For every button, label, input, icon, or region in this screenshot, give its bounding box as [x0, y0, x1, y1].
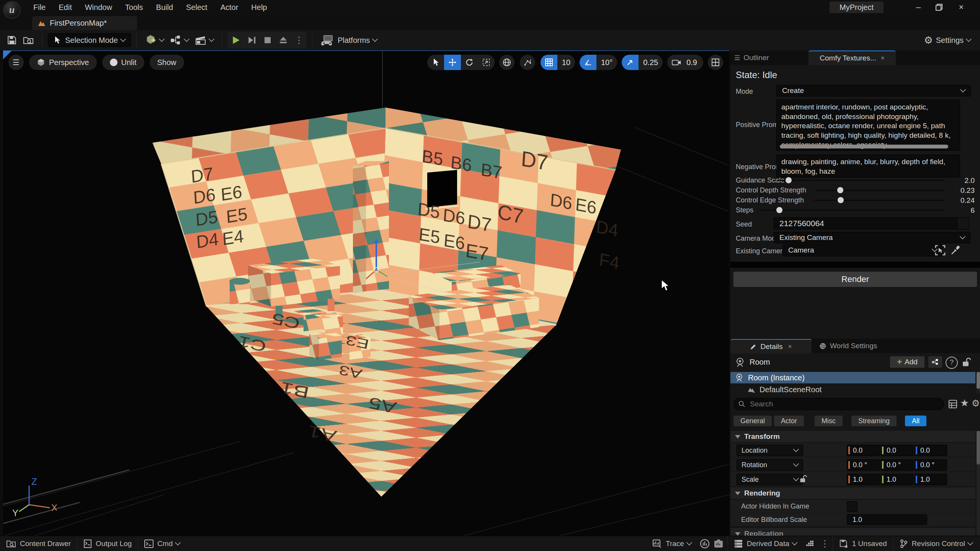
output-log-button[interactable]: Output Log — [77, 536, 138, 551]
menu-help[interactable]: Help — [245, 0, 273, 15]
component-row-room-instance[interactable]: Room (Instance) — [730, 372, 975, 383]
scale-y-field[interactable]: 1.0 — [880, 474, 913, 485]
grid-snap-button[interactable] — [541, 55, 557, 70]
display-mode-icon[interactable] — [949, 400, 957, 408]
actor-hidden-checkbox[interactable] — [847, 501, 858, 512]
world-space-button[interactable] — [499, 55, 514, 70]
rotation-z-field[interactable]: 0.0 ° — [914, 459, 947, 471]
frame-skip-button[interactable] — [244, 30, 260, 51]
filter-general[interactable]: General — [733, 416, 772, 426]
browse-content-button[interactable] — [20, 30, 37, 51]
maximize-viewport-button[interactable] — [708, 55, 723, 70]
restore-button[interactable] — [930, 0, 948, 15]
mode-dropdown[interactable]: Create — [776, 85, 971, 96]
details-scrollbar[interactable] — [977, 431, 980, 536]
close-button[interactable]: × — [952, 0, 970, 15]
scale-snap-button[interactable] — [622, 55, 639, 70]
close-tab-icon[interactable]: × — [788, 343, 792, 350]
perspective-dropdown[interactable]: Perspective — [29, 55, 97, 70]
level-viewport[interactable]: B5 B6 B7 D7 C7 D5 D6 D7 E5 E6 E7 D6 E6 D… — [3, 51, 729, 536]
tree-scrollbar[interactable] — [977, 372, 980, 394]
details-search-input[interactable] — [733, 398, 944, 410]
scale-tool-button[interactable] — [478, 55, 495, 70]
close-tab-icon[interactable]: × — [881, 54, 885, 62]
menu-select[interactable]: Select — [180, 0, 214, 15]
scale-dropdown[interactable]: Scale — [737, 474, 803, 485]
edit-blueprint-button[interactable] — [928, 356, 942, 368]
status-more-button[interactable]: ⋮ — [817, 536, 833, 551]
minimize-button[interactable]: – — [910, 0, 927, 15]
add-component-button[interactable]: + Add — [890, 356, 924, 368]
select-tool-button[interactable] — [427, 55, 444, 70]
billboard-scale-input[interactable]: 1.0 — [847, 514, 927, 525]
revision-control-dropdown[interactable]: Revision Control — [893, 536, 978, 551]
rotation-x-field[interactable]: 0.0 ° — [847, 459, 880, 471]
steps-slider[interactable] — [760, 210, 945, 211]
filter-actor[interactable]: Actor — [774, 416, 804, 426]
cinematics-button[interactable] — [192, 30, 217, 51]
blueprints-button[interactable] — [167, 30, 192, 51]
eyedropper-button[interactable] — [950, 245, 961, 256]
location-x-field[interactable]: 0.0 — [847, 445, 880, 456]
location-z-field[interactable]: 0.0 — [914, 445, 947, 456]
platforms-dropdown[interactable]: Platforms — [318, 30, 380, 51]
add-actor-button[interactable] — [142, 30, 167, 51]
existing-camera-dropdown[interactable]: Camera — [782, 244, 942, 256]
cmd-dropdown[interactable]: Cmd — [138, 536, 186, 551]
details-settings-icon[interactable]: ⚙ — [972, 398, 980, 409]
filter-misc[interactable]: Misc — [815, 416, 843, 426]
stop-button[interactable] — [260, 30, 275, 51]
trace-dropdown[interactable]: Trace — [647, 536, 697, 551]
camera-mode-dropdown[interactable]: Existing Camera — [774, 232, 970, 243]
rendering-section-header[interactable]: Rendering — [730, 487, 975, 499]
rotation-snap-button[interactable] — [580, 55, 596, 70]
selection-mode-dropdown[interactable]: Selection Mode — [48, 33, 131, 47]
derived-data-dropdown[interactable]: Derived Data — [728, 536, 803, 551]
save-button[interactable] — [4, 30, 20, 51]
play-button[interactable] — [228, 30, 244, 51]
favorites-icon[interactable]: ★ — [960, 397, 969, 409]
rotation-dropdown[interactable]: Rotation — [737, 459, 803, 471]
scale-lock-icon[interactable] — [799, 474, 807, 484]
menu-file[interactable]: File — [27, 0, 52, 15]
rotate-tool-button[interactable] — [461, 55, 478, 70]
component-row-scene-root[interactable]: DefaultSceneRoot — [730, 384, 975, 395]
control-edge-slider[interactable] — [814, 200, 945, 201]
settings-dropdown[interactable]: ⚙ Settings — [921, 30, 974, 51]
negative-prompt-field[interactable]: drawing, painting, anime, blur, blurry, … — [776, 155, 960, 178]
eject-button[interactable] — [275, 30, 291, 51]
render-button[interactable]: Render — [733, 272, 977, 287]
content-drawer-button[interactable]: Content Drawer — [0, 536, 77, 551]
surface-snap-button[interactable] — [520, 55, 535, 70]
tab-world-settings[interactable]: World Settings — [819, 339, 877, 353]
seed-random-checkbox[interactable] — [957, 217, 969, 230]
scale-z-field[interactable]: 1.0 — [914, 474, 947, 485]
scale-snap-value[interactable]: 0.25 — [639, 55, 663, 70]
tab-details[interactable]: Details × — [730, 339, 812, 354]
menu-tools[interactable]: Tools — [119, 0, 150, 15]
snapshot-button[interactable] — [712, 536, 727, 551]
menu-build[interactable]: Build — [150, 0, 180, 15]
grid-snap-value[interactable]: 10 — [557, 55, 575, 70]
menu-window[interactable]: Window — [78, 0, 119, 15]
viewport-menu-button[interactable]: ☰ — [8, 55, 24, 70]
search-field[interactable] — [749, 399, 919, 409]
unreal-logo-icon[interactable]: u — [3, 1, 21, 19]
tab-outliner[interactable]: ☰ Outliner — [734, 51, 769, 65]
guidance-scale-slider[interactable] — [777, 180, 945, 181]
prompt-scrollbar[interactable] — [780, 145, 948, 148]
resource-monitor-button[interactable] — [803, 536, 817, 551]
filter-streaming[interactable]: Streaming — [851, 416, 897, 426]
move-tool-button[interactable] — [444, 55, 461, 70]
unlock-icon[interactable] — [962, 357, 971, 368]
play-options-button[interactable]: ⋮ — [291, 30, 307, 51]
location-y-field[interactable]: 0.0 — [880, 445, 913, 456]
seed-input[interactable]: 2127560064 — [774, 217, 964, 230]
control-depth-slider[interactable] — [815, 190, 945, 191]
filter-all[interactable]: All — [905, 416, 926, 426]
menu-actor[interactable]: Actor — [214, 0, 245, 15]
unsaved-button[interactable]: 1 Unsaved — [833, 536, 893, 551]
level-tab[interactable]: FirstPersonMap* — [32, 16, 137, 30]
transform-section-header[interactable]: Transform — [730, 431, 975, 443]
view-mode-dropdown[interactable]: Unlit — [102, 55, 144, 70]
